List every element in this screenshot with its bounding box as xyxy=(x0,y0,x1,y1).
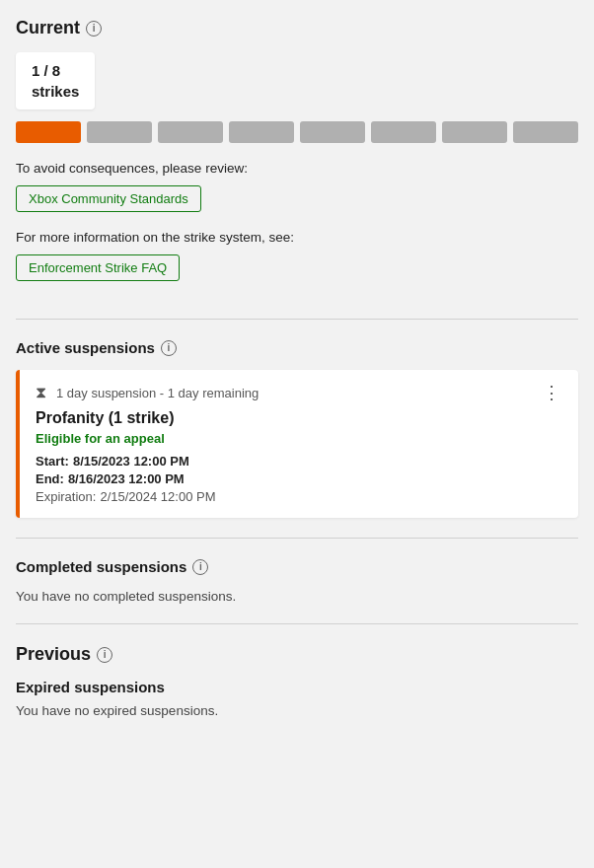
strikes-bar xyxy=(16,121,578,143)
suspension-card: ⧗ 1 day suspension - 1 day remaining ⋮ P… xyxy=(16,370,578,518)
page-container: Current i 1 / 8 strikes To avoid consequ… xyxy=(0,0,594,758)
current-section: Current i 1 / 8 strikes To avoid consequ… xyxy=(16,18,578,299)
end-value: 8/16/2023 12:00 PM xyxy=(68,471,185,486)
previous-title-text: Previous xyxy=(16,644,91,665)
no-expired-text: You have no expired suspensions. xyxy=(16,703,578,718)
strikes-box: 1 / 8 strikes xyxy=(16,52,95,109)
suspension-more-button[interactable]: ⋮ xyxy=(539,384,564,401)
previous-info-icon[interactable]: i xyxy=(97,647,112,663)
completed-suspensions-title-text: Completed suspensions xyxy=(16,558,186,575)
strike-segment-6 xyxy=(371,121,436,143)
divider-3 xyxy=(16,623,578,624)
divider-1 xyxy=(16,319,578,320)
suspension-title: Profanity (1 strike) xyxy=(36,409,564,427)
strike-segment-2 xyxy=(87,121,152,143)
active-suspensions-title-text: Active suspensions xyxy=(16,339,155,356)
no-completed-text: You have no completed suspensions. xyxy=(16,589,578,604)
strike-segment-8 xyxy=(513,121,578,143)
strike-segment-5 xyxy=(300,121,365,143)
completed-suspensions-section: Completed suspensions i You have no comp… xyxy=(16,558,578,604)
strike-segment-7 xyxy=(442,121,507,143)
start-label: Start: xyxy=(36,454,69,469)
start-value: 8/15/2023 12:00 PM xyxy=(73,454,189,469)
active-suspensions-info-icon[interactable]: i xyxy=(161,340,177,356)
eligible-text: Eligible for an appeal xyxy=(36,431,564,446)
expiration-label: Expiration: xyxy=(36,489,96,504)
active-suspensions-section: Active suspensions i ⧗ 1 day suspension … xyxy=(16,339,578,518)
completed-info-icon[interactable]: i xyxy=(192,559,208,575)
expired-title: Expired suspensions xyxy=(16,679,578,695)
start-row: Start: 8/15/2023 12:00 PM xyxy=(36,454,564,469)
expiration-value: 2/15/2024 12:00 PM xyxy=(100,489,215,504)
suspension-header-text: 1 day suspension - 1 day remaining xyxy=(56,386,259,400)
strike-segment-4 xyxy=(229,121,294,143)
expiration-row: Expiration: 2/15/2024 12:00 PM xyxy=(36,489,564,504)
completed-suspensions-title: Completed suspensions i xyxy=(16,558,578,575)
strike-segment-1 xyxy=(16,121,81,143)
faq-button[interactable]: Enforcement Strike FAQ xyxy=(16,254,180,281)
current-title-text: Current xyxy=(16,18,80,38)
current-info-icon[interactable]: i xyxy=(86,21,102,36)
divider-2 xyxy=(16,538,578,539)
strikes-label: strikes xyxy=(32,81,79,102)
end-row: End: 8/16/2023 12:00 PM xyxy=(36,471,564,486)
community-standards-button[interactable]: Xbox Community Standards xyxy=(16,185,201,212)
card-header: ⧗ 1 day suspension - 1 day remaining ⋮ xyxy=(36,384,564,401)
strikes-count: 1 / 8 xyxy=(32,60,79,81)
previous-title: Previous i xyxy=(16,644,578,665)
hourglass-icon: ⧗ xyxy=(36,384,46,401)
strike-segment-3 xyxy=(158,121,223,143)
previous-section: Previous i Expired suspensions You have … xyxy=(16,644,578,718)
more-info-text: For more information on the strike syste… xyxy=(16,230,578,245)
review-prompt-text: To avoid consequences, please review: xyxy=(16,161,578,176)
card-header-left: ⧗ 1 day suspension - 1 day remaining xyxy=(36,384,259,401)
end-label: End: xyxy=(36,471,64,486)
current-title: Current i xyxy=(16,18,578,38)
active-suspensions-title: Active suspensions i xyxy=(16,339,578,356)
